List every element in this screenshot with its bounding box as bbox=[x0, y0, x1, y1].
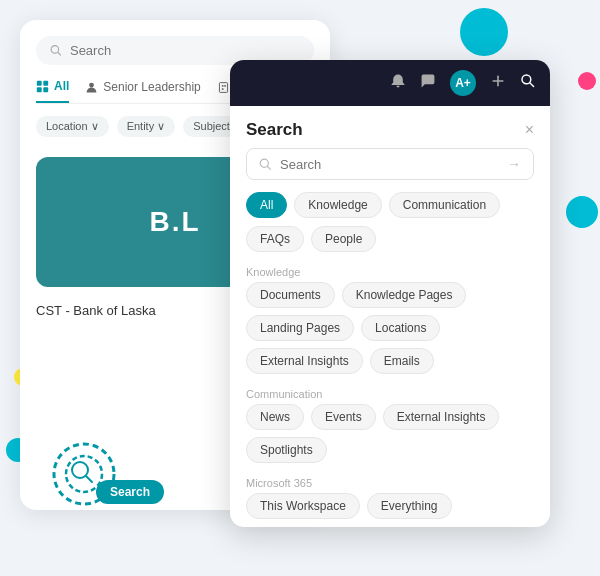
svg-line-20 bbox=[268, 166, 271, 169]
section-label-communication: Communication bbox=[230, 382, 550, 404]
section-label-knowledge: Knowledge bbox=[230, 260, 550, 282]
svg-rect-9 bbox=[224, 85, 226, 87]
svg-rect-2 bbox=[37, 80, 42, 85]
chip-row-knowledge: Documents Knowledge Pages Landing Pages … bbox=[230, 282, 550, 382]
grid-icon bbox=[36, 80, 49, 93]
modal-content: All Knowledge Communication FAQs People … bbox=[230, 192, 550, 527]
modal-search-bar[interactable]: → bbox=[246, 148, 534, 180]
tab-all[interactable]: All bbox=[36, 79, 69, 103]
deco-circle-3 bbox=[578, 72, 596, 90]
search-arrow-icon: → bbox=[507, 156, 521, 172]
chip-external-insights-c[interactable]: External Insights bbox=[383, 404, 500, 430]
svg-rect-10 bbox=[222, 88, 224, 90]
deco-circle-4 bbox=[566, 196, 598, 228]
chip-row-secondary: FAQs People bbox=[230, 226, 550, 260]
chip-knowledge-pages[interactable]: Knowledge Pages bbox=[342, 282, 467, 308]
tab-all-label: All bbox=[54, 79, 69, 93]
svg-rect-7 bbox=[219, 82, 227, 92]
plus-icon[interactable] bbox=[490, 73, 506, 93]
card-logo: B.L bbox=[149, 206, 200, 238]
chip-locations[interactable]: Locations bbox=[361, 315, 440, 341]
chip-communication[interactable]: Communication bbox=[389, 192, 500, 218]
chip-landing-pages[interactable]: Landing Pages bbox=[246, 315, 354, 341]
chip-emails[interactable]: Emails bbox=[370, 348, 434, 374]
modal-search-input[interactable] bbox=[280, 157, 499, 172]
tab-senior-leadership[interactable]: Senior Leadership bbox=[85, 80, 200, 102]
svg-rect-3 bbox=[43, 80, 48, 85]
svg-rect-8 bbox=[222, 85, 224, 87]
chip-faqs[interactable]: FAQs bbox=[246, 226, 304, 252]
svg-line-14 bbox=[86, 476, 92, 482]
svg-rect-4 bbox=[37, 87, 42, 92]
chip-external-insights-k[interactable]: External Insights bbox=[246, 348, 363, 374]
bell-icon[interactable] bbox=[390, 73, 406, 93]
modal-search-icon bbox=[259, 158, 272, 171]
svg-point-17 bbox=[522, 75, 531, 84]
building-icon bbox=[217, 81, 230, 94]
chip-documents[interactable]: Documents bbox=[246, 282, 335, 308]
person-icon bbox=[85, 81, 98, 94]
svg-line-18 bbox=[530, 83, 534, 87]
svg-rect-5 bbox=[43, 87, 48, 92]
chip-this-workspace[interactable]: This Workspace bbox=[246, 493, 360, 519]
deco-circle-1 bbox=[460, 8, 508, 56]
avatar-icon[interactable]: A+ bbox=[450, 70, 476, 96]
bg-search-input[interactable] bbox=[70, 43, 300, 58]
modal-close-button[interactable]: × bbox=[525, 121, 534, 139]
chip-everything[interactable]: Everything bbox=[367, 493, 452, 519]
chip-row-primary: All Knowledge Communication bbox=[230, 192, 550, 226]
chat-icon[interactable] bbox=[420, 73, 436, 93]
chip-news[interactable]: News bbox=[246, 404, 304, 430]
modal-title: Search bbox=[246, 120, 303, 140]
modal-topbar: A+ bbox=[230, 60, 550, 106]
chip-row-m365: This Workspace Everything bbox=[230, 493, 550, 527]
chip-events[interactable]: Events bbox=[311, 404, 376, 430]
svg-point-6 bbox=[89, 82, 94, 87]
svg-line-1 bbox=[58, 52, 61, 55]
topbar-search-icon[interactable] bbox=[520, 73, 536, 93]
search-modal: A+ Search × → All Knowledg bbox=[230, 60, 550, 527]
chip-row-communication: News Events External Insights Spotlights bbox=[230, 404, 550, 471]
chip-spotlights[interactable]: Spotlights bbox=[246, 437, 327, 463]
section-label-m365: Microsoft 365 bbox=[230, 471, 550, 493]
filter-location[interactable]: Location ∨ bbox=[36, 116, 109, 137]
chip-people[interactable]: People bbox=[311, 226, 376, 252]
filter-entity[interactable]: Entity ∨ bbox=[117, 116, 176, 137]
chip-all[interactable]: All bbox=[246, 192, 287, 218]
search-icon bbox=[50, 44, 62, 57]
tab-senior-leadership-label: Senior Leadership bbox=[103, 80, 200, 94]
search-badge[interactable]: Search bbox=[96, 480, 164, 504]
chip-knowledge[interactable]: Knowledge bbox=[294, 192, 381, 218]
modal-header: Search × bbox=[230, 106, 550, 148]
